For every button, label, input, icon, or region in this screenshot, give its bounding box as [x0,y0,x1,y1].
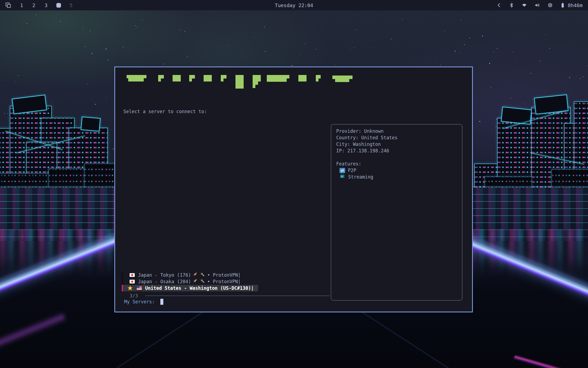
ascii-logo-block [158,79,161,82]
ascii-logo-block [253,85,255,88]
ascii-logo-block [221,75,226,79]
star-icon [127,286,133,291]
ascii-logo-block [235,75,244,89]
server-row[interactable]: United States - Washington (US-DC#130)| [122,285,258,291]
preview-features-title: Features: [336,161,457,167]
building-roof [81,116,101,132]
ascii-logo-block [332,76,353,79]
preview-spacer [336,154,457,161]
clock: Tuesday 22:04 [275,2,313,8]
preview-info-line: Provider: Unknown [336,128,457,134]
workspace-group: 123 5 [0,2,72,8]
workspace-button-5[interactable]: 5 [70,2,73,8]
ascii-logo-block [173,75,181,82]
search-prompt-row[interactable]: My Servers: [124,298,163,305]
terminal-window[interactable]: Select a server to connect to: Provider:… [114,67,473,312]
server-row[interactable]: Japan - Tokyo (176)• ProtonVPN| [122,272,241,278]
feature-row: ⇄P2P [336,167,457,174]
server-label: United States - Washington (US-DC#130)| [145,285,254,291]
preview-info-line: Country: United States [336,134,457,141]
volume-icon[interactable] [534,2,540,8]
preview-info-line: City: Washington [336,141,457,147]
ascii-logo-block [189,75,195,79]
preview-features-list: ⇄P2PStreaming [336,167,457,180]
server-preview-panel: Provider: UnknownCountry: United StatesC… [331,124,463,301]
cpu-icon[interactable] [547,2,553,8]
feature-label: P2P [348,167,356,174]
ascii-logo-block [335,79,349,82]
server-label: Japan - Tokyo (176) [138,272,191,278]
building-roof [501,106,532,125]
server-provider: • ProtonVPN| [207,272,241,278]
workspace-button-3[interactable]: 3 [45,2,48,8]
battery-status[interactable]: 8h46m [560,2,583,8]
status-bar: 123 5 Tuesday 22:04 [0,0,588,10]
ascii-logo-block [221,79,223,82]
ascii-logo-block [127,75,146,78]
match-counter-row: 3/3 [130,292,330,299]
repeat-icon: ⇄ [339,168,345,173]
ascii-logo-block [298,75,307,82]
battery-icon [560,2,565,8]
preview-info: Provider: UnknownCountry: United StatesC… [336,128,457,154]
ascii-logo-block [267,75,289,79]
text-cursor [160,299,163,305]
workspace-active-indicator[interactable] [56,3,61,8]
dagger-icon [200,272,205,279]
prompt-label: My Servers: [124,298,158,305]
ascii-logo-block [316,75,321,79]
battery-time: 8h46m [568,2,583,8]
ascii-logo-block [189,79,192,82]
us-flag-icon [137,286,142,290]
pointer-bar [122,285,123,291]
picker-heading: Select a server to connect to: [123,108,207,115]
chevron-left-icon[interactable] [496,2,502,8]
bluetooth-icon[interactable] [509,2,514,8]
wifi-icon[interactable] [521,2,527,8]
feature-label: Streaming [348,174,373,180]
ascii-logo-block [316,79,318,82]
system-tray: 8h46m [496,2,588,8]
dagger-icon [200,278,205,285]
desktop: 123 5 Tuesday 22:04 [0,0,588,368]
japan-flag-icon [130,273,135,277]
server-row[interactable]: Japan - Osaka (204)• ProtonVPN| [122,278,241,285]
ascii-logo-block [267,79,287,82]
server-provider: • ProtonVPN| [207,278,241,285]
feature-row: Streaming [336,174,457,180]
workspace-button-2[interactable]: 2 [32,2,35,8]
ascii-logo-block [253,82,258,85]
gutter-bar [122,278,123,285]
workspace-button-1[interactable]: 1 [20,2,23,8]
ascii-logo-block [204,75,212,82]
server-label: Japan - Osaka (204) [138,278,191,285]
ascii-logo-block [128,78,144,82]
preview-info-line: IP: 217.138.198.246 [336,147,457,154]
tv-icon [339,173,345,180]
ascii-logo-block [158,75,164,79]
separator-line [145,295,330,296]
layout-icon[interactable] [5,2,11,8]
gutter-bar [122,272,123,278]
japan-flag-icon [130,280,135,283]
workspace-buttons: 123 [20,2,48,8]
ascii-logo-block [253,75,261,82]
server-results-list: Japan - Tokyo (176)• ProtonVPN|Japan - O… [122,272,258,291]
rocket-icon [192,278,198,285]
match-counter: 3/3 [130,292,138,299]
